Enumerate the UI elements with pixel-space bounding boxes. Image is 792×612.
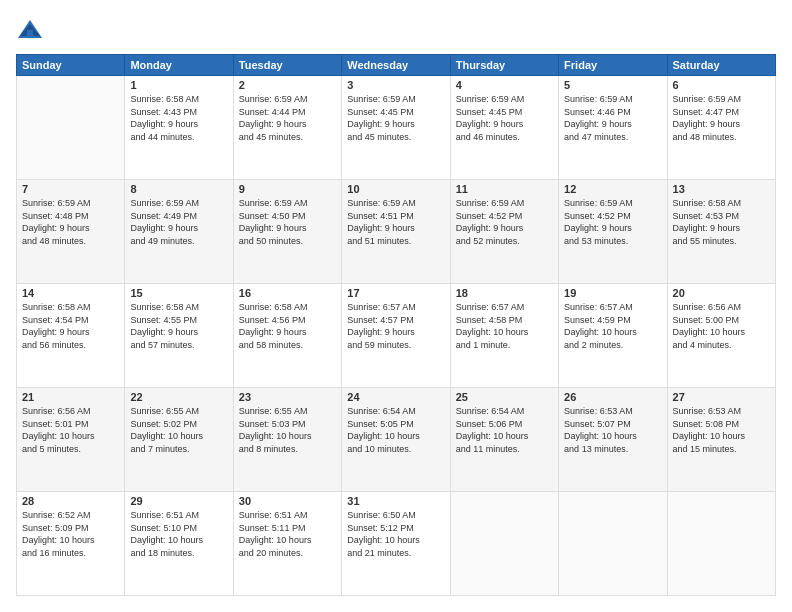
- day-info: Sunrise: 6:50 AM Sunset: 5:12 PM Dayligh…: [347, 509, 444, 559]
- day-info: Sunrise: 6:59 AM Sunset: 4:49 PM Dayligh…: [130, 197, 227, 247]
- day-number: 20: [673, 287, 770, 299]
- calendar-cell: 27Sunrise: 6:53 AM Sunset: 5:08 PM Dayli…: [667, 388, 775, 492]
- calendar-cell: 17Sunrise: 6:57 AM Sunset: 4:57 PM Dayli…: [342, 284, 450, 388]
- day-info: Sunrise: 6:54 AM Sunset: 5:05 PM Dayligh…: [347, 405, 444, 455]
- day-info: Sunrise: 6:54 AM Sunset: 5:06 PM Dayligh…: [456, 405, 553, 455]
- day-number: 28: [22, 495, 119, 507]
- calendar-cell: 4Sunrise: 6:59 AM Sunset: 4:45 PM Daylig…: [450, 76, 558, 180]
- day-info: Sunrise: 6:59 AM Sunset: 4:45 PM Dayligh…: [347, 93, 444, 143]
- day-number: 25: [456, 391, 553, 403]
- day-number: 22: [130, 391, 227, 403]
- day-number: 24: [347, 391, 444, 403]
- day-number: 31: [347, 495, 444, 507]
- day-number: 4: [456, 79, 553, 91]
- day-info: Sunrise: 6:56 AM Sunset: 5:01 PM Dayligh…: [22, 405, 119, 455]
- calendar-cell: 20Sunrise: 6:56 AM Sunset: 5:00 PM Dayli…: [667, 284, 775, 388]
- day-info: Sunrise: 6:58 AM Sunset: 4:54 PM Dayligh…: [22, 301, 119, 351]
- calendar-cell: 15Sunrise: 6:58 AM Sunset: 4:55 PM Dayli…: [125, 284, 233, 388]
- day-number: 19: [564, 287, 661, 299]
- calendar-cell: [17, 76, 125, 180]
- day-number: 9: [239, 183, 336, 195]
- day-info: Sunrise: 6:59 AM Sunset: 4:48 PM Dayligh…: [22, 197, 119, 247]
- calendar-cell: 26Sunrise: 6:53 AM Sunset: 5:07 PM Dayli…: [559, 388, 667, 492]
- day-number: 30: [239, 495, 336, 507]
- day-info: Sunrise: 6:57 AM Sunset: 4:57 PM Dayligh…: [347, 301, 444, 351]
- day-number: 8: [130, 183, 227, 195]
- day-info: Sunrise: 6:57 AM Sunset: 4:59 PM Dayligh…: [564, 301, 661, 351]
- calendar-cell: 7Sunrise: 6:59 AM Sunset: 4:48 PM Daylig…: [17, 180, 125, 284]
- calendar-table: SundayMondayTuesdayWednesdayThursdayFrid…: [16, 54, 776, 596]
- day-info: Sunrise: 6:51 AM Sunset: 5:11 PM Dayligh…: [239, 509, 336, 559]
- calendar-cell: 30Sunrise: 6:51 AM Sunset: 5:11 PM Dayli…: [233, 492, 341, 596]
- day-number: 1: [130, 79, 227, 91]
- day-info: Sunrise: 6:59 AM Sunset: 4:44 PM Dayligh…: [239, 93, 336, 143]
- day-number: 15: [130, 287, 227, 299]
- day-info: Sunrise: 6:59 AM Sunset: 4:50 PM Dayligh…: [239, 197, 336, 247]
- svg-rect-2: [27, 30, 33, 38]
- day-info: Sunrise: 6:59 AM Sunset: 4:52 PM Dayligh…: [564, 197, 661, 247]
- weekday-header: Saturday: [667, 55, 775, 76]
- calendar-cell: 31Sunrise: 6:50 AM Sunset: 5:12 PM Dayli…: [342, 492, 450, 596]
- day-info: Sunrise: 6:59 AM Sunset: 4:47 PM Dayligh…: [673, 93, 770, 143]
- calendar-cell: 12Sunrise: 6:59 AM Sunset: 4:52 PM Dayli…: [559, 180, 667, 284]
- day-info: Sunrise: 6:58 AM Sunset: 4:55 PM Dayligh…: [130, 301, 227, 351]
- calendar-cell: 19Sunrise: 6:57 AM Sunset: 4:59 PM Dayli…: [559, 284, 667, 388]
- day-info: Sunrise: 6:55 AM Sunset: 5:03 PM Dayligh…: [239, 405, 336, 455]
- day-number: 13: [673, 183, 770, 195]
- day-info: Sunrise: 6:59 AM Sunset: 4:46 PM Dayligh…: [564, 93, 661, 143]
- calendar-cell: 25Sunrise: 6:54 AM Sunset: 5:06 PM Dayli…: [450, 388, 558, 492]
- calendar-cell: 16Sunrise: 6:58 AM Sunset: 4:56 PM Dayli…: [233, 284, 341, 388]
- weekday-header: Wednesday: [342, 55, 450, 76]
- day-info: Sunrise: 6:58 AM Sunset: 4:43 PM Dayligh…: [130, 93, 227, 143]
- calendar-cell: 9Sunrise: 6:59 AM Sunset: 4:50 PM Daylig…: [233, 180, 341, 284]
- day-info: Sunrise: 6:51 AM Sunset: 5:10 PM Dayligh…: [130, 509, 227, 559]
- calendar-cell: 13Sunrise: 6:58 AM Sunset: 4:53 PM Dayli…: [667, 180, 775, 284]
- day-number: 3: [347, 79, 444, 91]
- calendar-cell: 3Sunrise: 6:59 AM Sunset: 4:45 PM Daylig…: [342, 76, 450, 180]
- weekday-header: Friday: [559, 55, 667, 76]
- day-number: 6: [673, 79, 770, 91]
- calendar-cell: 8Sunrise: 6:59 AM Sunset: 4:49 PM Daylig…: [125, 180, 233, 284]
- calendar-cell: 1Sunrise: 6:58 AM Sunset: 4:43 PM Daylig…: [125, 76, 233, 180]
- day-number: 10: [347, 183, 444, 195]
- calendar-cell: 2Sunrise: 6:59 AM Sunset: 4:44 PM Daylig…: [233, 76, 341, 180]
- day-number: 17: [347, 287, 444, 299]
- calendar-cell: 23Sunrise: 6:55 AM Sunset: 5:03 PM Dayli…: [233, 388, 341, 492]
- day-number: 26: [564, 391, 661, 403]
- logo-icon: [16, 16, 44, 44]
- day-number: 7: [22, 183, 119, 195]
- weekday-header: Sunday: [17, 55, 125, 76]
- calendar-week-row: 14Sunrise: 6:58 AM Sunset: 4:54 PM Dayli…: [17, 284, 776, 388]
- calendar-cell: [667, 492, 775, 596]
- calendar-cell: 22Sunrise: 6:55 AM Sunset: 5:02 PM Dayli…: [125, 388, 233, 492]
- day-info: Sunrise: 6:58 AM Sunset: 4:56 PM Dayligh…: [239, 301, 336, 351]
- calendar-cell: 10Sunrise: 6:59 AM Sunset: 4:51 PM Dayli…: [342, 180, 450, 284]
- calendar-cell: 24Sunrise: 6:54 AM Sunset: 5:05 PM Dayli…: [342, 388, 450, 492]
- calendar-cell: 21Sunrise: 6:56 AM Sunset: 5:01 PM Dayli…: [17, 388, 125, 492]
- calendar-cell: [450, 492, 558, 596]
- page-header: [16, 16, 776, 44]
- day-info: Sunrise: 6:58 AM Sunset: 4:53 PM Dayligh…: [673, 197, 770, 247]
- calendar-week-row: 28Sunrise: 6:52 AM Sunset: 5:09 PM Dayli…: [17, 492, 776, 596]
- calendar-cell: 6Sunrise: 6:59 AM Sunset: 4:47 PM Daylig…: [667, 76, 775, 180]
- calendar-cell: 28Sunrise: 6:52 AM Sunset: 5:09 PM Dayli…: [17, 492, 125, 596]
- day-number: 21: [22, 391, 119, 403]
- day-number: 18: [456, 287, 553, 299]
- weekday-header: Tuesday: [233, 55, 341, 76]
- calendar-cell: 18Sunrise: 6:57 AM Sunset: 4:58 PM Dayli…: [450, 284, 558, 388]
- calendar-cell: 11Sunrise: 6:59 AM Sunset: 4:52 PM Dayli…: [450, 180, 558, 284]
- day-number: 29: [130, 495, 227, 507]
- calendar-cell: 29Sunrise: 6:51 AM Sunset: 5:10 PM Dayli…: [125, 492, 233, 596]
- day-info: Sunrise: 6:53 AM Sunset: 5:08 PM Dayligh…: [673, 405, 770, 455]
- day-number: 23: [239, 391, 336, 403]
- day-info: Sunrise: 6:55 AM Sunset: 5:02 PM Dayligh…: [130, 405, 227, 455]
- day-number: 16: [239, 287, 336, 299]
- day-number: 12: [564, 183, 661, 195]
- day-info: Sunrise: 6:59 AM Sunset: 4:45 PM Dayligh…: [456, 93, 553, 143]
- day-info: Sunrise: 6:59 AM Sunset: 4:51 PM Dayligh…: [347, 197, 444, 247]
- day-info: Sunrise: 6:57 AM Sunset: 4:58 PM Dayligh…: [456, 301, 553, 351]
- day-info: Sunrise: 6:53 AM Sunset: 5:07 PM Dayligh…: [564, 405, 661, 455]
- day-number: 2: [239, 79, 336, 91]
- calendar-week-row: 7Sunrise: 6:59 AM Sunset: 4:48 PM Daylig…: [17, 180, 776, 284]
- calendar-week-row: 1Sunrise: 6:58 AM Sunset: 4:43 PM Daylig…: [17, 76, 776, 180]
